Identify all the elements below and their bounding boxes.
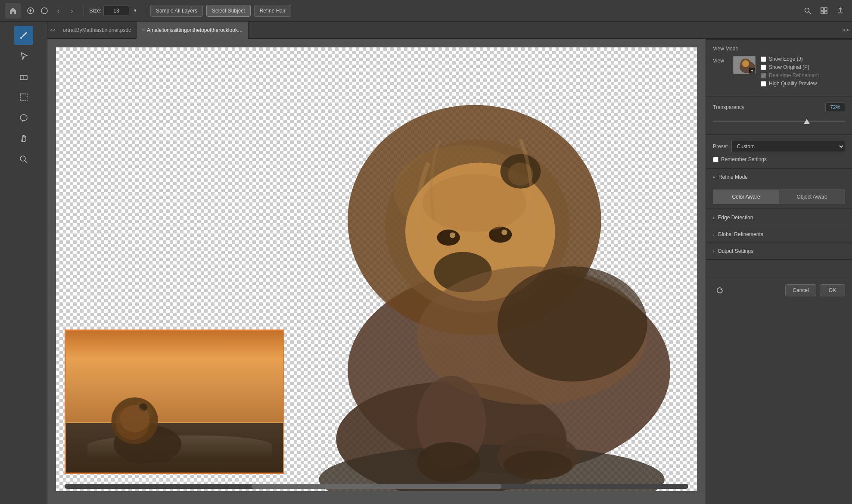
global-refinements-header[interactable]: › Global Refinements [706, 226, 852, 243]
tab-portrait-label: ortraitByMatthiasLindner.psdc [63, 27, 131, 33]
search-button[interactable] [801, 4, 814, 17]
preset-select[interactable]: Default Custom Hair & Fur [731, 141, 845, 152]
show-original-label: Show Original (P) [769, 64, 809, 70]
transparency-label: Transparency [713, 104, 744, 110]
high-quality-label: High Quality Preview [769, 81, 817, 87]
realtime-row: Real-time Refinement [761, 72, 845, 78]
hand-tool-button[interactable] [14, 129, 33, 148]
reset-button[interactable] [713, 283, 727, 297]
canvas-area [47, 39, 706, 504]
realtime-checkbox [761, 73, 766, 78]
object-aware-button[interactable]: Object Aware [779, 190, 845, 204]
preset-section: Preset Default Custom Hair & Fur Remembe… [706, 135, 852, 169]
global-refinements-chevron: › [713, 232, 714, 237]
refine-mode-title: Refine Mode [718, 174, 748, 180]
edge-detection-header[interactable]: › Edge Detection [706, 209, 852, 226]
eraser-tool-button[interactable] [14, 67, 33, 86]
view-label: View [713, 58, 728, 64]
svg-point-38 [498, 266, 647, 382]
svg-point-3 [41, 8, 47, 14]
tab-close-icon: ✕ [142, 28, 145, 32]
global-refinements-title: Global Refinements [718, 231, 763, 237]
size-input[interactable] [103, 6, 129, 16]
remember-settings-row[interactable]: Remember Settings [713, 156, 845, 162]
view-thumbnail[interactable]: ▼ [733, 56, 756, 74]
tabs-expand-button[interactable]: >> [839, 22, 852, 39]
refine-mode-buttons: Color Aware Object Aware [706, 185, 852, 209]
refine-hair-button[interactable]: Refine Hair [254, 5, 291, 17]
brush-back-button[interactable]: ‹ [52, 4, 65, 17]
divider2 [145, 5, 145, 17]
view-dropdown-icon[interactable]: ▼ [749, 68, 755, 74]
svg-point-35 [503, 451, 572, 479]
thumbnail-overlay [65, 330, 284, 474]
color-aware-button[interactable]: Color Aware [713, 190, 779, 204]
remember-label: Remember Settings [721, 156, 767, 162]
share-button[interactable] [834, 4, 847, 17]
svg-rect-9 [824, 11, 827, 14]
svg-point-51 [126, 454, 147, 464]
view-mode-row: View ▼ Show Edge (J) Show Origi [713, 56, 845, 87]
transparency-value[interactable]: 72% [825, 103, 845, 112]
edge-detection-title: Edge Detection [718, 215, 753, 221]
lasso-tool-button[interactable] [14, 109, 33, 128]
paint-tool-button[interactable] [14, 47, 33, 65]
svg-point-28 [450, 232, 455, 238]
sample-all-layers-button[interactable]: Sample All Layers [150, 5, 203, 17]
brush-tool-button[interactable] [14, 26, 33, 45]
tabs-bar: << ortraitByMatthiasLindner.psdc ✕ Amale… [47, 22, 852, 39]
size-control: Size: ▼ [89, 4, 140, 17]
show-edge-row[interactable]: Show Edge (J) [761, 56, 845, 62]
canvas-content[interactable] [56, 47, 697, 491]
brush-group: ‹ › [24, 4, 78, 17]
view-mode-section: View Mode View ▼ Show Edge (J) [706, 40, 852, 96]
high-quality-row[interactable]: High Quality Preview [761, 81, 845, 87]
bottom-buttons: Cancel OK [706, 277, 852, 303]
svg-rect-7 [824, 8, 827, 10]
scrollbar-thumb[interactable] [252, 484, 501, 489]
svg-point-56 [742, 60, 749, 67]
zoom-tool-button[interactable] [14, 150, 33, 169]
brush-add-button[interactable] [24, 4, 37, 17]
remember-checkbox[interactable] [713, 157, 718, 162]
tabs-collapse-button[interactable]: << [47, 22, 58, 39]
tab-portrait[interactable]: ortraitByMatthiasLindner.psdc [58, 22, 137, 39]
top-toolbar: ‹ › Size: ▼ Sample All Layers Select Sub… [0, 0, 852, 22]
canvas-horizontal-scrollbar[interactable] [65, 484, 688, 489]
preset-row: Preset Default Custom Hair & Fur [713, 141, 845, 152]
size-dropdown-button[interactable]: ▼ [131, 4, 140, 17]
layout-button[interactable] [818, 4, 830, 17]
toolbar-right [801, 4, 847, 17]
show-edge-label: Show Edge (J) [769, 56, 803, 62]
select-subject-button[interactable]: Select Subject [206, 5, 251, 17]
output-settings-header[interactable]: › Output Settings [706, 243, 852, 259]
show-original-row[interactable]: Show Original (P) [761, 64, 845, 70]
brush-circle-button[interactable] [38, 4, 51, 17]
output-settings-title: Output Settings [718, 248, 753, 254]
svg-line-5 [809, 12, 811, 14]
select-tool-button[interactable] [14, 88, 33, 107]
view-mode-title: View Mode [713, 46, 845, 52]
svg-point-16 [20, 156, 25, 161]
svg-point-37 [417, 442, 480, 482]
cancel-button[interactable]: Cancel [785, 284, 816, 296]
refine-mode-section: ▾ Refine Mode Color Aware Object Aware [706, 169, 852, 209]
size-label: Size: [89, 7, 102, 14]
ok-button[interactable]: OK [820, 284, 845, 296]
left-toolbar [0, 22, 47, 504]
svg-rect-13 [20, 94, 27, 101]
transparency-slider[interactable] [713, 121, 845, 122]
svg-point-14 [20, 115, 27, 121]
tab-lion[interactable]: ✕ Amalelionissittingonthetopoftherockloo… [137, 22, 249, 39]
edge-detection-chevron: › [713, 215, 714, 220]
refine-mode-chevron: ▾ [713, 175, 715, 180]
transparency-section: Transparency 72% [706, 96, 852, 135]
output-settings-section: › Output Settings [706, 243, 852, 260]
home-button[interactable] [5, 3, 21, 19]
brush-fwd-button[interactable]: › [65, 4, 78, 17]
show-edge-checkbox[interactable] [761, 56, 766, 62]
tab-lion-label: Amalelionissittingonthetopoftherocklooki… [147, 27, 243, 33]
refine-mode-header[interactable]: ▾ Refine Mode [706, 169, 852, 185]
high-quality-checkbox[interactable] [761, 81, 766, 87]
show-original-checkbox[interactable] [761, 65, 766, 70]
